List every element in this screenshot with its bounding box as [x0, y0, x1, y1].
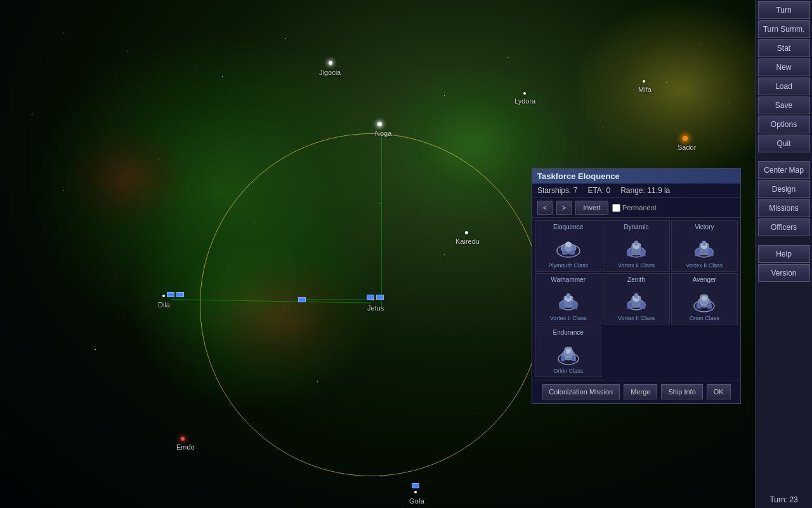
ship-icon-eloquence — [551, 232, 586, 262]
taskforce-dialog: Taskforce Eloquence Starships: 7 ETA: 0 … — [532, 168, 741, 404]
bg-star — [444, 95, 445, 96]
star-label-gofa: Gofa — [409, 497, 424, 505]
fleet-marker-mid[interactable] — [298, 297, 306, 302]
svg-rect-20 — [560, 302, 565, 309]
ship-icon-victory — [686, 232, 722, 262]
ship-cell-victory[interactable]: Victory Vortex II Class — [671, 220, 738, 272]
ship-class-victory: Vortex II Class — [686, 262, 723, 269]
star-label-emdo: Emdo — [176, 443, 195, 451]
permanent-checkbox[interactable] — [612, 204, 620, 212]
fleet-marker-jetus[interactable] — [367, 295, 374, 300]
ship-cell-empty-1 — [603, 326, 669, 377]
bg-star — [444, 254, 445, 255]
invert-button[interactable]: Invert — [575, 201, 608, 215]
star-kairedu[interactable] — [465, 231, 468, 234]
fleet-marker-gofa[interactable] — [412, 483, 419, 488]
svg-rect-40 — [572, 356, 576, 361]
quit-button[interactable]: Quit — [758, 135, 810, 152]
fleet-marker-dila[interactable] — [167, 292, 174, 297]
permanent-label: Permanent — [622, 204, 657, 211]
star-noga[interactable] — [377, 122, 382, 126]
turn-button[interactable]: Turn — [758, 1, 810, 19]
ship-icon-dynamic — [619, 232, 654, 262]
center-map-button[interactable]: Center Map — [758, 161, 810, 179]
fleet-line-2 — [381, 133, 382, 308]
bg-star — [508, 57, 508, 58]
ship-name-endurance: Endurance — [553, 329, 583, 336]
star-jigocia[interactable] — [329, 61, 332, 65]
star-label-sador: Sador — [678, 144, 696, 151]
ship-name-avenger: Avenger — [693, 276, 716, 283]
ship-icon-zenith — [619, 284, 654, 315]
ship-cell-warhammer[interactable]: Warhammer Vortex II Class — [535, 273, 601, 324]
prev-fleet-button[interactable]: < — [537, 201, 553, 215]
ship-cell-zenith[interactable]: Zenith Vortex II Class — [603, 273, 669, 324]
ship-cell-dynamic[interactable]: Dynamic Vortex II Class — [603, 220, 669, 272]
dialog-footer: Colonization Mission Merge Ship Info OK — [532, 380, 740, 403]
svg-rect-17 — [702, 241, 706, 246]
bg-star — [730, 102, 730, 102]
ship-class-eloquence: Plymouth Class — [548, 262, 588, 269]
load-button[interactable]: Load — [758, 77, 810, 95]
bg-star — [127, 51, 128, 51]
star-dila[interactable] — [162, 295, 165, 297]
svg-point-41 — [566, 349, 571, 354]
bg-star — [63, 190, 64, 191]
bg-star — [317, 381, 318, 382]
bg-star — [381, 476, 381, 477]
version-button[interactable]: Version — [758, 264, 810, 282]
bg-star — [32, 114, 32, 115]
save-button[interactable]: Save — [758, 97, 810, 114]
colonization-mission-button[interactable]: Colonization Mission — [542, 384, 620, 399]
bg-star — [285, 305, 286, 305]
nebula-red-1 — [203, 254, 362, 381]
star-lydora[interactable] — [523, 92, 526, 95]
fleet-marker-dila-2[interactable] — [176, 292, 184, 297]
svg-rect-8 — [627, 250, 632, 256]
svg-rect-26 — [627, 302, 632, 309]
svg-rect-27 — [640, 302, 645, 309]
permanent-checkbox-container: Permanent — [612, 204, 657, 212]
ship-cell-endurance[interactable]: Endurance Orion Class — [535, 326, 601, 377]
next-fleet-button[interactable]: > — [556, 201, 572, 215]
options-button[interactable]: Options — [758, 116, 810, 133]
ship-cell-avenger[interactable]: Avenger Orion Class — [671, 273, 738, 324]
svg-rect-11 — [634, 241, 638, 246]
taskforce-info: Starships: 7 ETA: 0 Range: 11.9 la — [532, 184, 740, 198]
game-container: Jigocia Lydora Mifa Noga Kairedu Sador D… — [0, 0, 812, 508]
svg-point-35 — [702, 296, 707, 301]
svg-rect-21 — [572, 302, 577, 309]
ship-cell-eloquence[interactable]: Eloquence Plymouth Class — [535, 220, 601, 272]
ship-name-warhammer: Warhammer — [551, 276, 586, 283]
taskforce-title: Taskforce Eloquence — [532, 169, 740, 184]
new-button[interactable]: New — [758, 58, 810, 76]
ships-grid: Eloquence Plymouth Class Dynamic — [532, 218, 740, 380]
turn-summary-button[interactable]: Turn Summ. — [758, 20, 810, 38]
bg-star — [698, 44, 698, 45]
svg-point-5 — [566, 242, 571, 247]
range-value: Range: 11.9 la — [620, 186, 670, 195]
design-button[interactable]: Design — [758, 180, 810, 198]
svg-rect-4 — [570, 251, 575, 255]
ship-name-zenith: Zenith — [627, 276, 645, 283]
star-mifa[interactable] — [643, 80, 645, 83]
ship-info-button[interactable]: Ship Info — [661, 384, 702, 399]
svg-rect-39 — [561, 356, 565, 361]
svg-rect-23 — [566, 293, 570, 298]
bg-star — [603, 127, 603, 128]
fleet-marker-jetus-2[interactable] — [376, 295, 384, 300]
star-emdo[interactable] — [181, 437, 185, 441]
stat-button[interactable]: Stat — [758, 39, 810, 57]
star-gofa[interactable] — [414, 491, 417, 493]
star-label-lydora: Lydora — [514, 97, 535, 105]
svg-rect-9 — [640, 250, 645, 256]
svg-rect-14 — [695, 250, 700, 256]
help-button[interactable]: Help — [758, 245, 810, 263]
svg-rect-29 — [634, 293, 638, 298]
missions-button[interactable]: Missions — [758, 199, 810, 217]
officers-button[interactable]: Officers — [758, 218, 810, 236]
star-label-noga: Noga — [375, 130, 391, 137]
ok-button[interactable]: OK — [707, 384, 731, 399]
star-sador[interactable] — [683, 136, 688, 141]
merge-button[interactable]: Merge — [624, 384, 657, 399]
